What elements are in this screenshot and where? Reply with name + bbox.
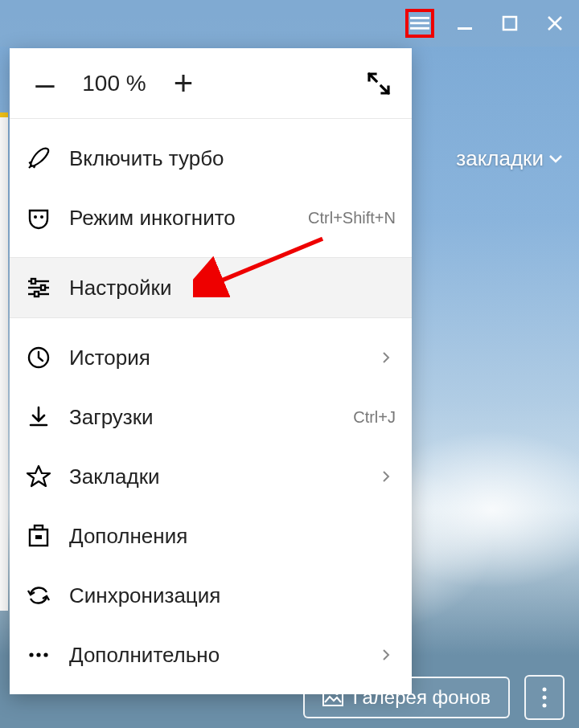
clock-icon: [24, 343, 53, 372]
svg-rect-18: [35, 535, 42, 539]
menu-item-shortcut: Ctrl+Shift+N: [308, 209, 396, 227]
maximize-button[interactable]: [495, 9, 524, 38]
svg-point-7: [34, 215, 37, 219]
minus-icon: –: [35, 64, 54, 103]
svg-rect-4: [503, 17, 516, 30]
close-button[interactable]: [540, 9, 569, 38]
svg-rect-0: [410, 17, 429, 19]
menu-item-label: Загрузки: [69, 405, 337, 430]
menu-item-label: Дополнительно: [69, 643, 365, 668]
menu-item-sync[interactable]: Синхронизация: [10, 566, 412, 625]
svg-rect-12: [41, 285, 45, 290]
chevron-right-icon: [381, 351, 396, 364]
svg-point-20: [36, 652, 40, 656]
svg-point-21: [43, 652, 47, 656]
star-icon: [24, 462, 53, 491]
zoom-in-button[interactable]: +: [162, 63, 204, 104]
hamburger-menu-button[interactable]: [405, 9, 434, 38]
sliders-icon: [24, 273, 53, 302]
close-icon: [546, 14, 564, 32]
svg-rect-23: [323, 689, 343, 706]
addon-icon: [24, 521, 53, 550]
menu-item-incognito[interactable]: Режим инкогнито Ctrl+Shift+N: [10, 188, 412, 247]
svg-rect-1: [410, 22, 429, 24]
gallery-button[interactable]: Галерея фонов: [303, 677, 510, 718]
bottom-bar: Галерея фонов: [303, 675, 565, 720]
svg-point-26: [543, 696, 547, 700]
bookmarks-bar-link[interactable]: закладки: [456, 146, 563, 171]
menu-item-label: Синхронизация: [69, 583, 396, 608]
chevron-right-icon: [381, 470, 396, 483]
image-icon: [322, 689, 343, 706]
sync-icon: [24, 581, 53, 610]
vertical-dots-icon: [541, 686, 548, 709]
menu-item-bookmarks[interactable]: Закладки: [10, 447, 412, 506]
svg-rect-17: [35, 526, 43, 530]
menu-item-label: Включить турбо: [69, 146, 396, 171]
rocket-icon: [24, 144, 53, 173]
menu-item-label: Дополнения: [69, 524, 396, 549]
gallery-label: Галерея фонов: [353, 686, 491, 709]
main-menu-dropdown: – 100 % + Включить турбо Режим инкогнито…: [10, 48, 412, 694]
svg-point-8: [40, 215, 43, 219]
zoom-value: 100 %: [66, 71, 162, 96]
zoom-row: – 100 % +: [10, 48, 412, 119]
minimize-icon: [456, 14, 474, 32]
svg-point-25: [543, 688, 547, 692]
menu-item-downloads[interactable]: Загрузки Ctrl+J: [10, 387, 412, 447]
minimize-button[interactable]: [450, 9, 479, 38]
mask-icon: [24, 203, 53, 232]
svg-point-24: [335, 692, 339, 695]
menu-item-addons[interactable]: Дополнения: [10, 506, 412, 566]
fullscreen-icon: [366, 71, 392, 96]
chevron-down-icon: [548, 154, 563, 164]
dots-icon: [24, 640, 53, 669]
svg-rect-3: [458, 27, 472, 30]
maximize-icon: [501, 14, 519, 32]
svg-point-19: [29, 652, 33, 656]
menu-item-label: Режим инкогнито: [69, 206, 292, 231]
svg-rect-14: [35, 292, 39, 297]
bottom-more-button[interactable]: [524, 675, 565, 720]
menu-item-label: История: [69, 346, 365, 370]
menu-item-settings[interactable]: Настройки: [10, 258, 412, 317]
menu-item-history[interactable]: История: [10, 328, 412, 387]
chevron-right-icon: [381, 648, 396, 661]
menu-item-label: Настройки: [69, 276, 396, 301]
svg-rect-10: [31, 279, 35, 284]
window-titlebar: [0, 0, 579, 47]
menu-item-label: Закладки: [69, 464, 365, 489]
fullscreen-button[interactable]: [360, 65, 397, 102]
hamburger-icon: [410, 14, 429, 33]
zoom-out-button[interactable]: –: [24, 63, 66, 104]
svg-rect-2: [410, 27, 429, 30]
svg-point-27: [543, 704, 547, 708]
menu-item-shortcut: Ctrl+J: [353, 408, 396, 427]
plus-icon: +: [174, 64, 194, 103]
download-icon: [24, 403, 53, 431]
bookmarks-bar-label: закладки: [456, 146, 544, 171]
menu-item-turbo[interactable]: Включить турбо: [10, 129, 412, 188]
